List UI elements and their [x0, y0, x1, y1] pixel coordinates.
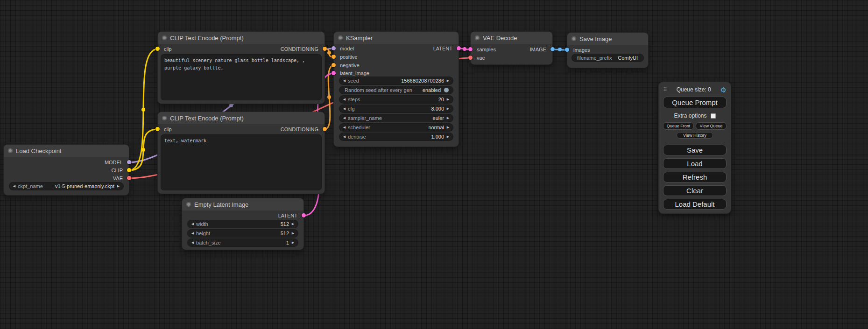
collapse-dot[interactable] — [162, 35, 167, 40]
node-title: CLIP Text Encode (Prompt) — [170, 35, 244, 42]
widget-batch-size[interactable]: ◀ batch_size 1 ▶ — [188, 239, 298, 246]
increment-arrow-icon[interactable]: ▶ — [445, 133, 451, 140]
collapse-dot[interactable] — [8, 148, 13, 153]
view-history-button[interactable]: View History — [677, 132, 713, 139]
negative-prompt-textarea[interactable]: text, watermark — [161, 135, 321, 190]
input-slot-positive[interactable] — [332, 55, 336, 59]
refresh-button[interactable]: Refresh — [663, 172, 727, 182]
input-slot-negative[interactable] — [332, 63, 336, 67]
toggle-knob-icon[interactable] — [444, 88, 449, 92]
increment-arrow-icon[interactable]: ▶ — [290, 220, 296, 228]
output-slot-vae[interactable] — [127, 176, 131, 180]
node-title-bar[interactable]: Empty Latent Image — [182, 198, 303, 210]
widget-value: enabled — [423, 87, 441, 93]
input-slot-model[interactable] — [332, 46, 336, 50]
widget-label: filename_prefix — [577, 55, 612, 61]
input-slot-clip[interactable] — [155, 127, 160, 131]
extra-options-checkbox[interactable] — [711, 113, 716, 119]
clear-button[interactable]: Clear — [663, 185, 727, 196]
output-slot-conditioning[interactable] — [323, 127, 327, 131]
output-slot-image[interactable] — [550, 47, 555, 51]
increment-arrow-icon[interactable]: ▶ — [116, 182, 121, 190]
node-ksampler[interactable]: KSampler model positive negative latent_… — [334, 32, 459, 147]
increment-arrow-icon[interactable]: ▶ — [290, 230, 296, 237]
node-title-bar[interactable]: KSampler — [334, 32, 459, 44]
output-slot-latent[interactable] — [302, 213, 306, 217]
widget-seed[interactable]: ◀ seed 156680208700286 ▶ — [339, 77, 453, 84]
node-title: CLIP Text Encode (Prompt) — [170, 115, 244, 122]
widget-steps[interactable]: ◀ steps 20 ▶ — [339, 96, 453, 103]
decrement-arrow-icon[interactable]: ◀ — [342, 96, 347, 103]
input-slot-images[interactable] — [565, 48, 569, 52]
output-label-conditioning: CONDITIONING — [281, 126, 318, 133]
queue-front-button[interactable]: Queue Front — [663, 122, 694, 130]
decrement-arrow-icon[interactable]: ◀ — [342, 133, 347, 140]
wire-midpoint-dot — [327, 51, 331, 55]
view-queue-button[interactable]: View Queue — [696, 122, 727, 130]
output-slot-model[interactable] — [127, 160, 131, 164]
input-slot-vae[interactable] — [468, 56, 473, 60]
save-button[interactable]: Save — [663, 145, 727, 155]
decrement-arrow-icon[interactable]: ◀ — [342, 114, 347, 122]
increment-arrow-icon[interactable]: ▶ — [445, 77, 451, 84]
widget-value: euler — [433, 115, 444, 121]
widget-sampler-name[interactable]: ◀ sampler_name euler ▶ — [339, 114, 453, 122]
input-label-vae: vae — [477, 55, 485, 61]
settings-gear-icon[interactable]: ⚙ — [720, 86, 727, 93]
collapse-dot[interactable] — [162, 116, 167, 120]
node-title-bar[interactable]: Save Image — [567, 33, 648, 45]
decrement-arrow-icon[interactable]: ◀ — [342, 124, 347, 131]
node-title-bar[interactable]: CLIP Text Encode (Prompt) — [158, 112, 325, 124]
output-label-model: MODEL — [105, 159, 123, 166]
decrement-arrow-icon[interactable]: ◀ — [190, 230, 195, 237]
increment-arrow-icon[interactable]: ▶ — [445, 114, 451, 122]
widget-ckpt-name[interactable]: ◀ ckpt_name v1-5-pruned-emaonly.ckpt ▶ — [9, 182, 123, 190]
widget-cfg[interactable]: ◀ cfg 8.000 ▶ — [339, 105, 453, 112]
collapse-dot[interactable] — [186, 202, 191, 207]
collapse-dot[interactable] — [475, 35, 480, 40]
increment-arrow-icon[interactable]: ▶ — [445, 105, 451, 112]
decrement-arrow-icon[interactable]: ◀ — [190, 220, 195, 228]
input-slot-samples[interactable] — [468, 47, 473, 51]
widget-scheduler[interactable]: ◀ scheduler normal ▶ — [339, 124, 453, 131]
widget-denoise[interactable]: ◀ denoise 1.000 ▶ — [339, 133, 453, 140]
widget-height[interactable]: ◀ height 512 ▶ — [188, 230, 298, 237]
node-load-checkpoint[interactable]: Load Checkpoint MODEL CLIP VAE ◀ ckpt_na… — [4, 145, 129, 195]
node-title-bar[interactable]: CLIP Text Encode (Prompt) — [158, 32, 325, 44]
input-slot-latent-image[interactable] — [332, 71, 336, 75]
widget-label: steps — [348, 97, 360, 102]
increment-arrow-icon[interactable]: ▶ — [290, 239, 296, 246]
node-clip-text-encode-positive[interactable]: CLIP Text Encode (Prompt) clip CONDITION… — [158, 32, 325, 104]
load-default-button[interactable]: Load Default — [663, 199, 727, 210]
node-title: KSampler — [346, 35, 373, 42]
queue-prompt-button[interactable]: Queue Prompt — [663, 97, 727, 108]
node-vae-decode[interactable]: VAE Decode samples vae IMAGE — [471, 32, 552, 64]
wire-midpoint-dot — [558, 48, 562, 51]
widget-label: cfg — [348, 106, 355, 112]
output-slot-conditioning[interactable] — [323, 47, 327, 51]
widget-random-seed-toggle[interactable]: Random seed after every gen enabled — [339, 86, 453, 94]
output-label-latent: LATENT — [433, 45, 452, 52]
collapse-dot[interactable] — [338, 35, 343, 40]
decrement-arrow-icon[interactable]: ◀ — [12, 182, 17, 190]
node-title-bar[interactable]: Load Checkpoint — [4, 145, 129, 157]
positive-prompt-textarea[interactable]: beautiful scenery nature glass bottle la… — [161, 55, 321, 100]
node-save-image[interactable]: Save Image images filename_prefix ComfyU… — [567, 33, 648, 68]
increment-arrow-icon[interactable]: ▶ — [445, 96, 451, 103]
input-slot-clip[interactable] — [155, 47, 160, 51]
node-title-bar[interactable]: VAE Decode — [471, 32, 552, 44]
node-empty-latent-image[interactable]: Empty Latent Image LATENT ◀ width 512 ▶ … — [182, 198, 303, 250]
load-button[interactable]: Load — [663, 158, 727, 169]
decrement-arrow-icon[interactable]: ◀ — [190, 239, 195, 246]
widget-filename-prefix[interactable]: filename_prefix ComfyUI — [572, 54, 643, 62]
widget-width[interactable]: ◀ width 512 ▶ — [188, 220, 298, 228]
decrement-arrow-icon[interactable]: ◀ — [342, 77, 347, 84]
node-clip-text-encode-negative[interactable]: CLIP Text Encode (Prompt) clip CONDITION… — [158, 112, 325, 194]
increment-arrow-icon[interactable]: ▶ — [445, 124, 451, 131]
output-slot-latent[interactable] — [457, 46, 461, 50]
output-slot-clip[interactable] — [127, 168, 131, 172]
collapse-dot[interactable] — [572, 36, 576, 41]
decrement-arrow-icon[interactable]: ◀ — [342, 105, 347, 112]
drag-handle-icon[interactable]: ⠿ — [663, 86, 667, 93]
widget-label: ckpt_name — [18, 183, 43, 189]
